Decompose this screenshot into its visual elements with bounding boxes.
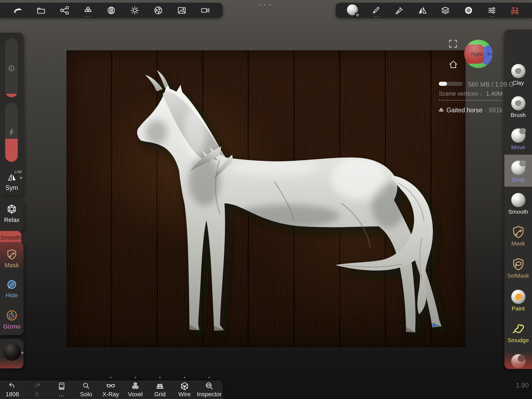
toolbox-button[interactable] [509,4,521,16]
tool-label: Paint [504,305,532,312]
radius-slider[interactable] [5,38,18,97]
info-divider [439,100,502,101]
toggle-label: Voxel [123,391,148,398]
scene-graph-button[interactable] [59,4,71,16]
tool-paint[interactable]: Paint [504,290,532,312]
left-relax-panel: Relax [0,199,24,232]
redo-count: 0 [25,391,49,398]
intensity-slider[interactable] [5,103,18,162]
stroke-pencil-button[interactable]: … [370,4,382,16]
notes-overflow-label: … [49,391,74,398]
gizmo-button[interactable]: Gizmo [0,309,24,330]
tool-label: Brush [504,112,532,118]
top-right-toolbar: ⚙ … … [336,3,532,18]
camera-button[interactable] [199,4,211,16]
fullscreen-button[interactable] [448,39,458,48]
sym-mirror-icon [7,173,17,182]
symmetry-mirror-button[interactable] [416,4,428,16]
settings-gear-button[interactable] [463,4,475,16]
options-caret[interactable]: ▲ [109,375,112,379]
top-left-toolbar: … [0,3,223,18]
brush-tool-sidebar: Clay Brush Move Drag Smooth Mask SelMask [504,30,532,369]
filters-sliders-button[interactable]: … [486,4,498,16]
tool-drag[interactable]: Drag [504,161,532,183]
brush-sphere-icon [504,96,532,110]
tool-brush[interactable]: Brush [504,96,532,118]
relax-web-icon [0,203,24,215]
nomad-sculpt-app: … • • • ⚙ … … L/W [0,0,532,399]
tool-label: Mask [504,240,532,247]
tool-label: Move [504,144,532,151]
material-expand-arrow[interactable]: ▶ [21,350,24,354]
mesh-pyramid-icon [438,107,444,113]
horse-model [66,50,466,347]
toggle-label: X-Ray [98,391,123,398]
layers-button[interactable] [439,4,451,16]
mesh-pyramid-button[interactable]: … [82,4,94,16]
mask-label: Mask [0,262,24,269]
scene-vertices-label: Scene vertices： [439,90,484,97]
nomad-logo-icon[interactable] [11,4,24,16]
home-view-button[interactable] [448,60,458,69]
paint-sphere-icon [504,290,532,304]
options-caret[interactable]: ▲ [183,375,186,379]
scene-vertices-value: 1.40M [486,90,502,97]
smooth-sphere-icon [504,193,532,207]
toggle-label: Wire [172,391,197,398]
sym-label: Sym [0,184,24,192]
toggle-label: Grid [148,391,172,398]
files-button[interactable] [35,4,47,16]
object-name: Gaited horse [446,107,483,114]
overflow-dots: … [490,14,494,17]
selmask-shield-icon [504,257,532,271]
postprocess-button[interactable] [152,4,164,16]
smudge-finger-icon [504,322,532,336]
tool-smooth[interactable]: Smooth [504,193,532,215]
relax-button[interactable]: Relax [0,203,24,224]
tool-mask[interactable]: Mask [504,225,532,247]
left-material-panel[interactable] [0,339,24,368]
options-caret[interactable]: ▲ [207,375,211,379]
sym-expand-arrow[interactable]: ▶ [20,175,23,180]
tool-move[interactable]: Move [504,128,532,151]
left-mask-panel: Mask Hide Gizmo [0,242,24,335]
topology-button[interactable] [105,4,117,16]
sidebar-scroll-fade [504,351,532,369]
material-gear-badge: ⚙ [355,12,361,18]
scene-vertices-readout: Scene vertices： 1.40M [439,90,510,98]
symmetry-toggle[interactable]: L/W ▶ Sym [0,167,24,195]
app-version: 1.90 [0,382,529,389]
relax-label: Relax [0,216,24,224]
background-image-button[interactable] [176,4,188,16]
mask-shield-icon [504,225,532,239]
undo-count: 1808 [0,391,25,398]
toggle-label: Solo [74,391,98,398]
orientation-nav-ball[interactable]: Right Ba [464,39,493,69]
active-object-row[interactable]: Gaited horse · 681k [438,107,502,114]
material-matcap-button[interactable]: ⚙ [347,4,359,16]
gizmo-axes-icon [0,309,24,321]
hide-button[interactable]: Hide [0,279,24,299]
stroke-cursor-dot [433,324,436,327]
sculpt-viewport[interactable] [66,50,466,347]
options-caret[interactable]: ▲ [134,375,137,379]
memory-usage-fill [439,82,447,86]
lighting-button[interactable] [129,4,141,16]
intensity-slider-fill [5,139,18,162]
tool-selmask[interactable]: SelMask [504,257,532,279]
move-sphere-icon [504,128,532,143]
left-slider-panel: L/W ▶ Sym [0,33,24,195]
multitasking-dots[interactable]: • • • [259,2,272,8]
tool-label: Drag [504,176,532,183]
tool-label: SelMask [504,272,532,279]
mask-button[interactable]: Mask [0,249,24,269]
radius-slider-fill [5,94,18,97]
overflow-dots: … [86,14,90,17]
options-caret[interactable]: ▲ [158,375,162,379]
object-vertex-count: 681k [489,107,502,114]
tool-smudge[interactable]: Smudge [504,322,532,344]
toggle-label: Inspector [197,391,221,398]
object-separator: · [485,107,487,114]
hide-label: Hide [0,292,24,299]
painting-button[interactable] [393,4,405,16]
